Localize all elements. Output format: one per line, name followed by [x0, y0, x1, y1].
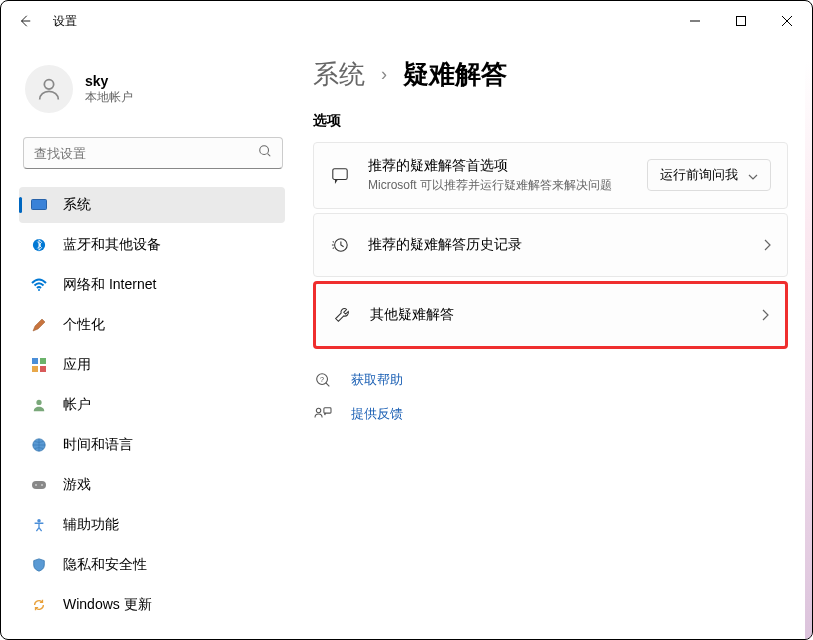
- section-label: 选项: [313, 112, 788, 130]
- card-desc: Microsoft 可以推荐并运行疑难解答来解决问题: [368, 177, 629, 194]
- card-row[interactable]: 其他疑难解答: [316, 284, 785, 346]
- svg-point-18: [41, 484, 43, 486]
- breadcrumb-current: 疑难解答: [403, 57, 507, 92]
- minimize-button[interactable]: [672, 5, 718, 37]
- preference-dropdown[interactable]: 运行前询问我: [647, 159, 771, 191]
- card-row[interactable]: 推荐的疑难解答历史记录: [314, 214, 787, 276]
- svg-point-17: [35, 484, 37, 486]
- nav-privacy[interactable]: 隐私和安全性: [19, 547, 285, 583]
- nav-list: 系统 蓝牙和其他设备 网络和 Internet 个性化 应用 帐户 时间和语言 …: [17, 185, 301, 625]
- nav-label: Windows 更新: [63, 596, 152, 614]
- person-icon: [31, 397, 47, 413]
- nav-time-language[interactable]: 时间和语言: [19, 427, 285, 463]
- card-history: 推荐的疑难解答历史记录: [313, 213, 788, 277]
- svg-rect-7: [32, 200, 47, 210]
- search-icon: [258, 144, 272, 162]
- svg-point-24: [316, 408, 320, 412]
- svg-point-4: [44, 80, 53, 89]
- gamepad-icon: [31, 477, 47, 493]
- update-icon: [31, 597, 47, 613]
- wrench-icon: [332, 306, 352, 324]
- profile-section[interactable]: sky 本地帐户: [17, 49, 301, 129]
- feedback-link[interactable]: 提供反馈: [313, 403, 788, 425]
- nav-label: 蓝牙和其他设备: [63, 236, 161, 254]
- search-input[interactable]: [34, 146, 258, 161]
- nav-label: 网络和 Internet: [63, 276, 156, 294]
- nav-accounts[interactable]: 帐户: [19, 387, 285, 423]
- svg-line-6: [268, 154, 271, 157]
- system-icon: [31, 197, 47, 213]
- history-icon: [330, 236, 350, 254]
- avatar: [25, 65, 73, 113]
- nav-label: 游戏: [63, 476, 91, 494]
- svg-rect-1: [737, 17, 746, 26]
- link-label: 提供反馈: [351, 405, 403, 423]
- main-content: 系统 › 疑难解答 选项 推荐的疑难解答首选项 Microsoft 可以推荐并运…: [301, 41, 812, 639]
- nav-label: 帐户: [63, 396, 91, 414]
- chevron-down-icon: [748, 168, 758, 183]
- breadcrumb-parent[interactable]: 系统: [313, 57, 365, 92]
- accessibility-icon: [31, 517, 47, 533]
- card-row[interactable]: 推荐的疑难解答首选项 Microsoft 可以推荐并运行疑难解答来解决问题 运行…: [314, 143, 787, 208]
- nav-personalization[interactable]: 个性化: [19, 307, 285, 343]
- search-box[interactable]: [23, 137, 283, 169]
- svg-rect-16: [32, 481, 46, 489]
- card-title: 其他疑难解答: [370, 306, 743, 324]
- chevron-right-icon: [761, 309, 769, 321]
- nav-label: 个性化: [63, 316, 105, 334]
- svg-rect-12: [32, 366, 38, 372]
- username: sky: [85, 73, 133, 89]
- titlebar: 设置: [1, 1, 812, 41]
- link-label: 获取帮助: [351, 371, 403, 389]
- svg-rect-13: [40, 366, 46, 372]
- help-icon: ?: [313, 371, 333, 389]
- svg-rect-11: [40, 358, 46, 364]
- nav-label: 应用: [63, 356, 91, 374]
- nav-label: 隐私和安全性: [63, 556, 147, 574]
- account-type: 本地帐户: [85, 89, 133, 106]
- svg-text:?: ?: [320, 375, 324, 384]
- window-edge-decoration: [805, 61, 812, 639]
- get-help-link[interactable]: ? 获取帮助: [313, 369, 788, 391]
- chat-icon: [330, 166, 350, 184]
- nav-label: 辅助功能: [63, 516, 119, 534]
- shield-icon: [31, 557, 47, 573]
- brush-icon: [31, 317, 47, 333]
- nav-network[interactable]: 网络和 Internet: [19, 267, 285, 303]
- nav-bluetooth[interactable]: 蓝牙和其他设备: [19, 227, 285, 263]
- svg-rect-20: [333, 169, 347, 180]
- bluetooth-icon: [31, 237, 47, 253]
- svg-point-5: [260, 146, 269, 155]
- nav-system[interactable]: 系统: [19, 187, 285, 223]
- svg-point-19: [37, 519, 41, 523]
- svg-rect-25: [324, 408, 331, 413]
- maximize-button[interactable]: [718, 5, 764, 37]
- feedback-icon: [313, 406, 333, 422]
- svg-rect-10: [32, 358, 38, 364]
- breadcrumb: 系统 › 疑难解答: [313, 57, 788, 92]
- nav-windows-update[interactable]: Windows 更新: [19, 587, 285, 623]
- globe-icon: [31, 437, 47, 453]
- dropdown-value: 运行前询问我: [660, 166, 738, 184]
- sidebar: sky 本地帐户 系统 蓝牙和其他设备 网络和 Internet 个性化 应用 …: [1, 41, 301, 639]
- apps-icon: [31, 357, 47, 373]
- nav-apps[interactable]: 应用: [19, 347, 285, 383]
- card-recommended-prefs: 推荐的疑难解答首选项 Microsoft 可以推荐并运行疑难解答来解决问题 运行…: [313, 142, 788, 209]
- nav-gaming[interactable]: 游戏: [19, 467, 285, 503]
- back-button[interactable]: [13, 9, 37, 33]
- chevron-right-icon: ›: [381, 64, 387, 85]
- app-title: 设置: [53, 13, 77, 30]
- nav-label: 系统: [63, 196, 91, 214]
- wifi-icon: [31, 277, 47, 293]
- card-title: 推荐的疑难解答历史记录: [368, 236, 745, 254]
- nav-label: 时间和语言: [63, 436, 133, 454]
- chevron-right-icon: [763, 239, 771, 251]
- nav-accessibility[interactable]: 辅助功能: [19, 507, 285, 543]
- card-title: 推荐的疑难解答首选项: [368, 157, 629, 175]
- svg-point-9: [38, 289, 40, 291]
- close-button[interactable]: [764, 5, 810, 37]
- svg-point-14: [36, 400, 41, 405]
- card-other-troubleshooters: 其他疑难解答: [313, 281, 788, 349]
